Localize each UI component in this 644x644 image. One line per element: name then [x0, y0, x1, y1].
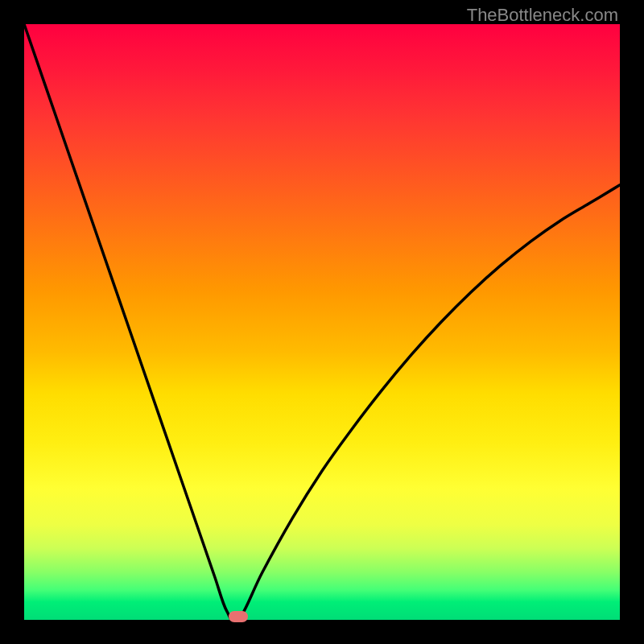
- watermark-text: TheBottleneck.com: [467, 5, 618, 26]
- optimum-marker: [229, 611, 248, 622]
- curve-svg: [24, 24, 620, 620]
- bottleneck-curve: [24, 24, 620, 620]
- chart-container: TheBottleneck.com: [0, 0, 644, 644]
- plot-area: [24, 24, 620, 620]
